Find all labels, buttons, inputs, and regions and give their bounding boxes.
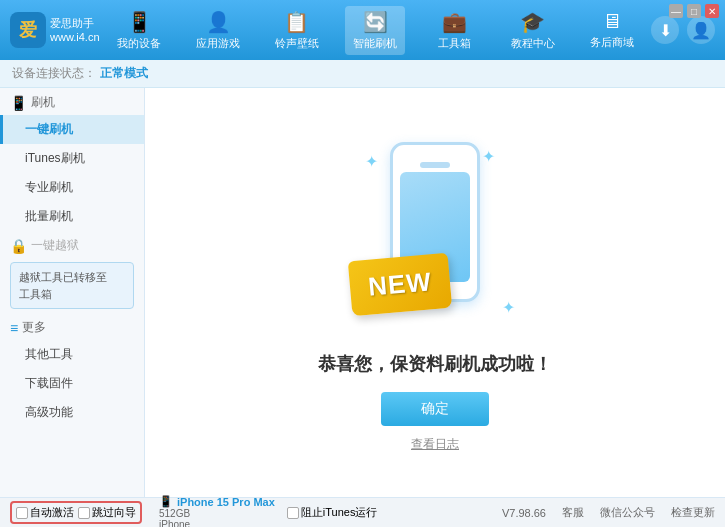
nav-smart-flash[interactable]: 🔄 智能刷机 xyxy=(345,6,405,55)
auto-activate-label: 自动激活 xyxy=(30,505,74,520)
phone-notch xyxy=(420,162,450,168)
sidebar-item-download-firmware[interactable]: 下载固件 xyxy=(0,369,144,398)
sidebar-item-pro-flash[interactable]: 专业刷机 xyxy=(0,173,144,202)
maximize-button[interactable]: □ xyxy=(687,4,701,18)
jailbreak-notice: 越狱工具已转移至工具箱 xyxy=(10,262,134,309)
confirm-button[interactable]: 确定 xyxy=(381,392,489,426)
status-value: 正常模式 xyxy=(100,65,148,82)
sidebar-item-itunes-flash[interactable]: iTunes刷机 xyxy=(0,144,144,173)
status-label: 设备连接状态： xyxy=(12,65,96,82)
device-type: iPhone xyxy=(159,519,275,527)
logo-text: 爱思助手 www.i4.cn xyxy=(50,16,100,45)
logo: 爱 爱思助手 www.i4.cn xyxy=(10,12,100,48)
stop-itunes-check[interactable] xyxy=(287,507,299,519)
bottom-left: 自动激活 跳过向导 xyxy=(10,501,155,524)
nav-flash-label: 智能刷机 xyxy=(353,36,397,51)
sidebar-item-other-tools[interactable]: 其他工具 xyxy=(0,340,144,369)
wechat-link[interactable]: 微信公众号 xyxy=(600,505,655,520)
device-info: 📱 iPhone 15 Pro Max 512GB iPhone xyxy=(155,493,279,527)
version-label: V7.98.66 xyxy=(502,507,546,519)
apps-icon: 👤 xyxy=(206,10,231,34)
success-message: 恭喜您，保资料刷机成功啦！ xyxy=(318,352,552,376)
customer-service-link[interactable]: 客服 xyxy=(562,505,584,520)
sidebar-item-one-click-flash[interactable]: 一键刷机 xyxy=(0,115,144,144)
window-controls: — □ ✕ xyxy=(663,0,725,22)
auto-activate-check[interactable] xyxy=(16,507,28,519)
sidebar-item-advanced[interactable]: 高级功能 xyxy=(0,398,144,427)
auto-guide-label: 跳过向导 xyxy=(92,505,136,520)
lock-icon: 🔒 xyxy=(10,238,27,254)
sidebar: 📱 刷机 一键刷机 iTunes刷机 专业刷机 批量刷机 🔒 一键越狱 越狱工具… xyxy=(0,88,145,497)
auto-guide-checkbox[interactable]: 跳过向导 xyxy=(78,505,136,520)
flash-section-label: 刷机 xyxy=(31,94,55,111)
ringtones-icon: 📋 xyxy=(284,10,309,34)
close-button[interactable]: ✕ xyxy=(705,4,719,18)
nav-tutorial[interactable]: 🎓 教程中心 xyxy=(503,6,563,55)
nav-apps-games[interactable]: 👤 应用游戏 xyxy=(188,6,248,55)
new-ribbon: NEW xyxy=(348,253,452,317)
tutorial-icon: 🎓 xyxy=(520,10,545,34)
device-section: 自动激活 跳过向导 xyxy=(10,501,142,524)
more-section-label: 更多 xyxy=(22,319,46,336)
flash-section-icon: 📱 xyxy=(10,95,27,111)
content-area: ✦ ✦ ✦ NEW 恭喜您，保资料刷机成功啦！ 确定 查看日志 xyxy=(145,88,725,497)
nav-toolbox[interactable]: 💼 工具箱 xyxy=(424,6,484,55)
nav-business[interactable]: 🖥 务后商域 xyxy=(582,6,642,54)
sidebar-section-more: ≡ 更多 xyxy=(0,313,144,340)
device-storage: 512GB xyxy=(159,508,275,519)
check-update-link[interactable]: 检查更新 xyxy=(671,505,715,520)
bottom-right: V7.98.66 客服 微信公众号 检查更新 xyxy=(501,505,715,520)
sidebar-item-batch-flash[interactable]: 批量刷机 xyxy=(0,202,144,231)
success-illustration: ✦ ✦ ✦ NEW xyxy=(345,132,525,332)
nav-ringtones-label: 铃声壁纸 xyxy=(275,36,319,51)
bottom-bar: 自动激活 跳过向导 📱 iPhone 15 Pro Max 512GB iPho… xyxy=(0,497,725,527)
business-icon: 🖥 xyxy=(602,10,622,33)
minimize-button[interactable]: — xyxy=(669,4,683,18)
device-icon: 📱 xyxy=(127,10,152,34)
device-name-display: 📱 iPhone 15 Pro Max xyxy=(159,495,275,508)
view-log-link[interactable]: 查看日志 xyxy=(411,436,459,453)
status-bar: 设备连接状态： 正常模式 xyxy=(0,60,725,88)
header: 爱 爱思助手 www.i4.cn 📱 我的设备 👤 应用游戏 📋 铃声壁纸 🔄 … xyxy=(0,0,725,60)
stop-itunes-label: 阻止iTunes运行 xyxy=(301,505,378,520)
nav-tutorial-label: 教程中心 xyxy=(511,36,555,51)
toolbox-icon: 💼 xyxy=(442,10,467,34)
main-layout: 📱 刷机 一键刷机 iTunes刷机 专业刷机 批量刷机 🔒 一键越狱 越狱工具… xyxy=(0,88,725,497)
nav-toolbox-label: 工具箱 xyxy=(438,36,471,51)
nav-my-device-label: 我的设备 xyxy=(117,36,161,51)
stop-itunes-section: 阻止iTunes运行 xyxy=(279,505,501,520)
stop-itunes-checkbox[interactable]: 阻止iTunes运行 xyxy=(287,505,378,520)
jailbreak-section-label: 一键越狱 xyxy=(31,237,79,254)
more-icon: ≡ xyxy=(10,320,18,336)
nav-my-device[interactable]: 📱 我的设备 xyxy=(109,6,169,55)
sparkle-br: ✦ xyxy=(502,298,515,317)
flash-icon: 🔄 xyxy=(363,10,388,34)
new-badge-text: NEW xyxy=(367,266,433,302)
logo-icon: 爱 xyxy=(10,12,46,48)
sparkle-tl: ✦ xyxy=(365,152,378,171)
device-phone-icon: 📱 xyxy=(159,495,173,508)
auto-guide-check[interactable] xyxy=(78,507,90,519)
auto-activate-checkbox[interactable]: 自动激活 xyxy=(16,505,74,520)
sidebar-section-jailbreak: 🔒 一键越狱 xyxy=(0,231,144,258)
nav-business-label: 务后商域 xyxy=(590,35,634,50)
nav-items: 📱 我的设备 👤 应用游戏 📋 铃声壁纸 🔄 智能刷机 💼 工具箱 🎓 教程中心… xyxy=(100,6,651,55)
nav-ringtones[interactable]: 📋 铃声壁纸 xyxy=(267,6,327,55)
sidebar-section-flash: 📱 刷机 xyxy=(0,88,144,115)
nav-apps-label: 应用游戏 xyxy=(196,36,240,51)
sparkle-tr: ✦ xyxy=(482,147,495,166)
